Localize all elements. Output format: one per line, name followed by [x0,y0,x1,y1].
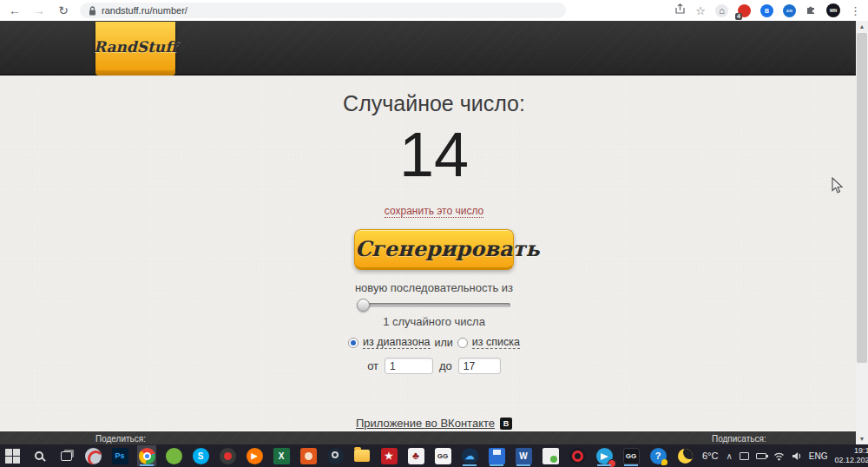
poker-club-icon[interactable]: ♣ [406,445,425,466]
reload-icon[interactable]: ↻ [56,3,71,17]
generate-button[interactable]: Сгенерировать [354,229,514,270]
photoshop-icon[interactable]: Ps [110,445,129,466]
steam-icon[interactable] [326,445,345,466]
help-app-icon[interactable]: ? [648,445,667,466]
range-radio[interactable] [348,338,358,348]
to-label: до [439,359,452,372]
weather-temperature[interactable]: 6°C [702,451,718,461]
vk-icon[interactable]: B [500,418,512,430]
extension-badge: 4 [735,13,742,20]
forward-icon[interactable]: → [31,3,47,17]
tray-device-icon[interactable] [740,452,749,460]
telegram-badge [608,459,616,467]
excel-icon[interactable]: X [272,445,291,466]
page-scrollbar[interactable]: ▲ ▼ [856,21,868,444]
url-text: randstuff.ru/number/ [102,5,187,16]
gg-dark-icon[interactable]: GG [621,445,641,466]
scrollbar-up-icon[interactable]: ▲ [856,21,868,32]
save-number-link[interactable]: сохранить это число [385,205,483,218]
windows-logo-icon [5,449,20,464]
list-radio[interactable] [457,338,468,348]
ccleaner-icon[interactable] [83,445,102,466]
count-slider[interactable] [358,303,510,307]
from-input[interactable] [385,358,433,374]
telegram-icon[interactable] [595,445,614,466]
volume-icon[interactable] [792,451,802,461]
taskbar-search-icon[interactable] [30,445,49,466]
page-title: Случайное число: [0,91,868,116]
floppy-app-icon[interactable] [487,445,506,466]
share-bar: Поделиться: Подписаться: [0,431,868,444]
orange-app-icon[interactable] [299,445,318,466]
extension-adblock-icon[interactable]: 4 [738,4,751,17]
chrome-icon[interactable] [137,445,156,466]
extension-home-icon[interactable]: ⌂ [715,4,728,17]
utorrent-icon[interactable] [164,445,183,466]
random-number: 14 [0,123,868,186]
pokerstars-icon[interactable]: ★ [379,445,398,466]
system-tray: ∧ ENG 19:16 02.12.2021 18 [726,446,868,466]
opera-icon[interactable] [568,445,587,466]
range-option-label[interactable]: из диапазона [363,336,430,349]
scrollbar-down-icon[interactable]: ▼ [856,433,868,444]
extension-co-icon[interactable]: co [783,4,796,17]
count-text: 1 случайного числа [0,315,868,328]
clock-date: 02.12.2021 [834,456,868,465]
avast-icon[interactable]: ▶ [245,445,264,466]
editor-app-icon[interactable] [541,445,560,466]
recorder-icon[interactable] [218,445,237,466]
browser-menu-icon[interactable]: ⋮ [850,4,861,17]
or-text: или [435,337,453,349]
to-input[interactable] [458,358,501,374]
cloud-app-icon[interactable]: ☁ [460,445,479,466]
bookmark-star-icon[interactable]: ☆ [695,4,706,17]
clock-time: 19:16 [834,446,868,456]
night-mode-moon-icon[interactable] [675,445,694,466]
windows-taskbar: Ps S ▶ X ★ ♣ GG ☁ W GG ? 6°C ∧ ENG 19:16… [0,444,868,467]
range-inputs: от до [0,358,868,374]
battery-icon[interactable] [756,453,766,459]
profile-avatar[interactable]: WIN [826,3,840,17]
ggpoker-icon[interactable]: GG [433,445,452,466]
main-content: Случайное число: 14 сохранить это число … [0,76,868,431]
extension-b-icon[interactable]: B [760,4,773,17]
taskbar-clock[interactable]: 19:16 02.12.2021 [834,446,868,466]
address-bar[interactable]: randstuff.ru/number/ [80,3,566,18]
lock-icon [89,6,96,16]
sequence-text: новую последовательность из [0,281,868,294]
site-logo[interactable]: RandStuff [95,22,175,71]
share-icon[interactable] [674,3,686,18]
scrollbar-thumb[interactable] [857,33,867,363]
share-label: Поделиться: [95,434,146,444]
wifi-icon[interactable] [773,451,785,461]
extensions-puzzle-icon[interactable] [806,3,817,18]
from-label: от [367,359,378,372]
subscribe-label: Подписаться: [712,434,766,444]
back-icon[interactable]: ← [7,3,23,17]
browser-toolbar: ← → ↻ randstuff.ru/number/ ☆ ⌂ 4 B co WI… [0,0,868,21]
site-logo-text: RandStuff [94,38,177,56]
file-explorer-icon[interactable] [352,445,372,466]
source-options: из диапазона или из списка [0,336,868,349]
task-view-icon[interactable] [56,445,76,466]
start-button[interactable] [3,445,22,466]
word-icon[interactable]: W [514,445,533,466]
tray-chevron-icon[interactable]: ∧ [726,451,732,461]
language-indicator[interactable]: ENG [809,451,828,461]
slider-handle[interactable] [357,299,370,312]
vk-app-link[interactable]: Приложение во ВКонтакте [356,417,495,430]
list-option-label[interactable]: из списка [472,336,520,349]
skype-icon[interactable]: S [191,445,210,466]
